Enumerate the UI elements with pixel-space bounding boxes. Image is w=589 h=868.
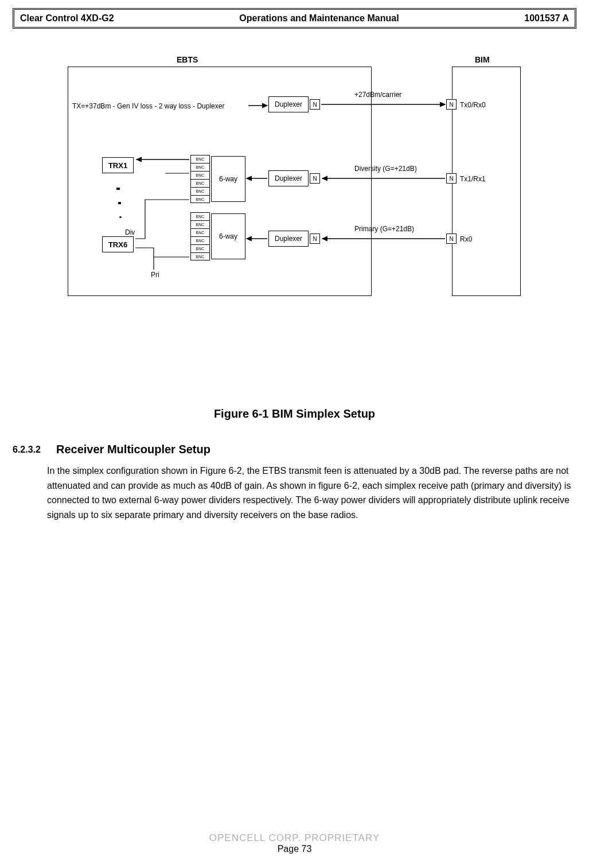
- section-number: 6.2.3.2: [13, 445, 41, 455]
- duplexer-top: Duplexer: [268, 96, 309, 112]
- sixway-bot: 6-way: [211, 213, 245, 259]
- header-right: 1001537 A: [524, 13, 569, 24]
- bnc-port: BNC: [190, 195, 210, 203]
- bim-n-top: N: [446, 99, 457, 110]
- page-footer: OPENCELL CORP. PROPRIETARY Page 73: [0, 832, 589, 854]
- bnc-port: BNC: [190, 163, 210, 171]
- diversity-label: Diversity (G=+21dB): [354, 165, 417, 173]
- bnc-port: BNC: [190, 212, 210, 220]
- document-header: Clear Control 4XD-G2 Operations and Main…: [13, 8, 576, 29]
- diagram-bim-simplex: EBTS BIM TX=+37dBm - Gen IV loss - 2 way…: [68, 59, 538, 311]
- trx1-box: TRX1: [102, 157, 134, 173]
- header-left: Clear Control 4XD-G2: [20, 13, 114, 24]
- ebts-label: EBTS: [177, 55, 198, 64]
- footer-proprietary: OPENCELL CORP. PROPRIETARY: [0, 832, 589, 844]
- tx-label: TX=+37dBm - Gen IV loss - 2 way loss - D…: [72, 102, 224, 110]
- bnc-port: BNC: [190, 236, 210, 244]
- primary-label: Primary (G=+21dB): [354, 225, 414, 233]
- tx0rx0-label: Tx0/Rx0: [460, 101, 486, 109]
- trx6-box: TRX6: [102, 236, 134, 252]
- section-body: In the simplex configuration shown in Fi…: [47, 464, 572, 522]
- n-port-mid: N: [310, 173, 320, 184]
- bim-n-mid: N: [446, 173, 457, 184]
- bnc-stack-top: BNC BNC BNC BNC BNC BNC: [190, 155, 210, 203]
- n-port-top: N: [310, 99, 320, 110]
- bim-label: BIM: [475, 55, 490, 64]
- section-title: Receiver Multicoupler Setup: [56, 443, 210, 456]
- bnc-port: BNC: [190, 220, 210, 228]
- rx0-label: Rx0: [460, 235, 472, 243]
- bnc-stack-bot: BNC BNC BNC BNC BNC BNC: [190, 212, 210, 260]
- bnc-port: BNC: [190, 228, 210, 236]
- bnc-port: BNC: [190, 179, 210, 187]
- duplexer-mid: Duplexer: [268, 170, 309, 186]
- header-center: Operations and Maintenance Manual: [239, 13, 399, 24]
- bnc-port: BNC: [190, 244, 210, 252]
- bnc-port: BNC: [190, 155, 210, 163]
- bnc-port: BNC: [190, 171, 210, 179]
- tx1rx1-label: Tx1/Rx1: [460, 175, 486, 183]
- div-label: Div: [125, 228, 135, 236]
- ellipsis-dot: [118, 202, 121, 204]
- bnc-port: BNC: [190, 187, 210, 195]
- n-port-bot: N: [310, 233, 320, 244]
- p27-label: +27dBm/carrier: [354, 91, 401, 99]
- figure-caption: Figure 6-1 BIM Simplex Setup: [0, 407, 589, 421]
- ellipsis-dot: [119, 216, 122, 218]
- ellipsis-dot: [116, 188, 120, 190]
- pri-label: Pri: [151, 271, 159, 279]
- bim-n-bot: N: [446, 233, 457, 244]
- sixway-top: 6-way: [211, 156, 245, 202]
- bnc-port: BNC: [190, 252, 210, 260]
- duplexer-bot: Duplexer: [268, 231, 309, 247]
- footer-page: Page 73: [0, 844, 589, 854]
